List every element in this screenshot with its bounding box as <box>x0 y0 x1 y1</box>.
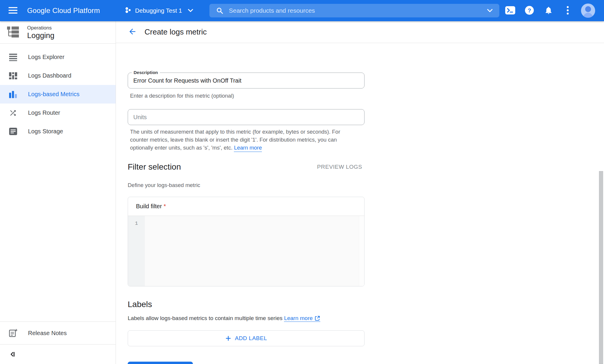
page-header: Create logs metric <box>116 21 604 43</box>
labels-subtitle-text: Labels allow logs-based metrics to conta… <box>128 315 283 321</box>
hamburger-icon <box>9 7 17 15</box>
search-bar <box>209 4 499 17</box>
collapse-sidebar-icon[interactable] <box>9 350 16 358</box>
search-input[interactable] <box>229 7 487 14</box>
build-filter-card: Build filter * 1 <box>128 197 365 286</box>
units-field <box>128 109 365 125</box>
logs-dashboard-icon <box>9 72 17 80</box>
sidebar-item-release-notes[interactable]: Release Notes <box>0 322 116 344</box>
cloud-shell-button[interactable] <box>504 5 516 17</box>
external-link-icon <box>314 315 320 321</box>
cloud-shell-icon <box>505 6 515 15</box>
editor-code-area[interactable] <box>145 216 359 286</box>
sidebar-item-label: Logs-based Metrics <box>28 91 80 98</box>
logs-storage-icon <box>9 128 17 135</box>
units-learn-more-label: Learn more <box>234 144 262 152</box>
logs-router-icon <box>9 109 17 117</box>
avatar[interactable] <box>581 4 595 18</box>
sidebar-item-logs-based-metrics[interactable]: Logs-based Metrics <box>0 85 116 104</box>
logging-product-icon <box>6 26 19 39</box>
labels-section-title: Labels <box>128 300 152 309</box>
back-button[interactable] <box>127 27 137 37</box>
units-learn-more-link[interactable]: Learn more <box>234 144 262 152</box>
create-metric-button[interactable]: CREATE METRIC <box>128 362 193 364</box>
add-label-text: ADD LABEL <box>235 335 267 342</box>
units-input[interactable] <box>128 109 364 125</box>
filter-section-header: Filter selection PREVIEW LOGS <box>128 160 362 173</box>
help-button[interactable]: ? <box>523 5 535 17</box>
build-filter-label: Build filter <box>136 203 162 210</box>
release-notes-icon <box>9 329 17 337</box>
filter-section-subtitle: Define your logs-based metric <box>128 181 200 189</box>
plus-icon <box>225 335 232 342</box>
editor-line-numbers: 1 <box>128 216 145 286</box>
search-chevron-down-icon[interactable] <box>487 9 493 13</box>
sidebar-item-label: Logs Dashboard <box>28 72 71 79</box>
more-options-button[interactable] <box>562 5 574 17</box>
gcp-logo[interactable]: Google Cloud Platform <box>27 0 100 21</box>
units-helper: The units of measurement that apply to t… <box>130 128 352 152</box>
description-input[interactable] <box>128 73 364 88</box>
description-field: Description <box>128 73 365 88</box>
menu-button[interactable] <box>8 6 18 16</box>
description-field-label: Description <box>132 70 160 75</box>
labels-learn-more-label: Learn more <box>284 315 313 322</box>
search-icon <box>216 7 224 14</box>
back-arrow-icon <box>128 27 137 37</box>
help-icon: ? <box>525 6 534 16</box>
sidebar-item-label: Logs Explorer <box>28 54 64 60</box>
bell-icon <box>544 6 553 16</box>
sidebar-collapse-row <box>0 345 116 364</box>
page-title: Create logs metric <box>145 27 207 37</box>
filter-section-title: Filter selection <box>128 162 181 172</box>
avatar-head <box>585 6 591 12</box>
project-selector[interactable]: Debugging Test 1 <box>125 0 193 21</box>
page-scrollbar-thumb[interactable] <box>599 171 603 364</box>
main-panel: Create logs metric Description Enter a d… <box>116 21 604 364</box>
sidebar-eyebrow: Operations <box>27 25 55 31</box>
topbar: Google Cloud Platform Debugging Test 1 ? <box>0 0 604 21</box>
form-content: Description Enter a description for this… <box>116 43 604 364</box>
filter-query-editor[interactable]: 1 <box>128 216 364 286</box>
notifications-button[interactable] <box>543 5 554 17</box>
sidebar-item-label: Logs Storage <box>28 128 63 135</box>
sidebar-header: Operations Logging <box>0 21 116 44</box>
sidebar-item-logs-router[interactable]: Logs Router <box>0 104 116 122</box>
avatar-body <box>583 13 593 18</box>
more-vert-icon <box>567 6 569 16</box>
sidebar-title: Logging <box>27 31 55 40</box>
build-filter-header: Build filter * <box>128 197 364 216</box>
line-number: 1 <box>135 221 138 226</box>
sidebar-nav: Logs Explorer Logs Dashboard Logs-based … <box>0 44 116 141</box>
sidebar-item-logs-explorer[interactable]: Logs Explorer <box>0 48 116 66</box>
sidebar-item-logs-storage[interactable]: Logs Storage <box>0 122 116 141</box>
logs-explorer-icon <box>9 53 17 61</box>
sidebar-bottom: Release Notes <box>0 322 116 364</box>
sidebar-item-label: Logs Router <box>28 109 60 116</box>
topbar-actions: ? <box>504 0 595 21</box>
svg-text:?: ? <box>528 7 531 14</box>
sidebar: Operations Logging Logs Explorer Logs Da… <box>0 21 116 364</box>
description-helper: Enter a description for this metric (opt… <box>130 92 234 100</box>
required-asterisk: * <box>164 203 166 210</box>
project-icon <box>125 6 132 15</box>
editor-scrollbar-track[interactable] <box>359 216 364 286</box>
labels-learn-more-link[interactable]: Learn more <box>284 315 320 322</box>
preview-logs-button[interactable]: PREVIEW LOGS <box>317 164 362 170</box>
labels-section-subtitle: Labels allow logs-based metrics to conta… <box>128 315 320 322</box>
sidebar-item-logs-dashboard[interactable]: Logs Dashboard <box>0 66 116 85</box>
project-name: Debugging Test 1 <box>135 7 182 14</box>
chevron-down-icon <box>188 9 193 12</box>
add-label-button[interactable]: ADD LABEL <box>128 330 365 346</box>
logs-based-metrics-icon <box>9 91 17 98</box>
form-actions: CREATE METRIC CANCEL <box>128 362 229 364</box>
release-notes-label: Release Notes <box>28 330 67 337</box>
